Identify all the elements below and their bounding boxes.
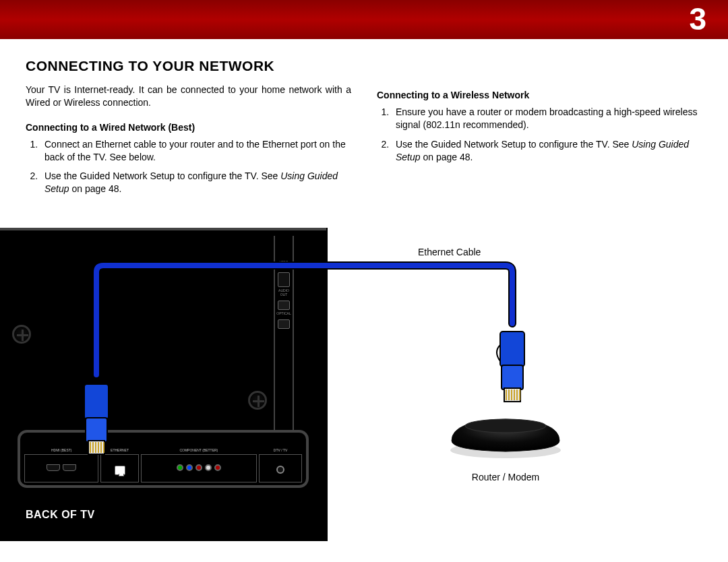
screw-icon (248, 391, 267, 410)
list-item: Connect an Ethernet cable to your router… (40, 138, 351, 164)
audio-port-icon (205, 464, 212, 471)
port-strip-inner: HDMI (BEST) ETHERNET COMPONENT (BETTER) (24, 454, 302, 482)
see-prefix: See (261, 170, 280, 181)
wired-subheading: Connecting to a Wired Network (Best) (26, 121, 351, 134)
see-suffix: on page 48. (421, 152, 473, 162)
section-title: CONNECTING TO YOUR NETWORK (26, 58, 702, 74)
port-group-component: COMPONENT (BETTER) (141, 454, 257, 482)
see-suffix: on page 48. (69, 183, 122, 194)
svg-point-1 (465, 419, 546, 433)
list-item: Use the Guided Network Setup to configur… (392, 138, 702, 164)
svg-rect-13 (504, 388, 520, 402)
component-port-icon (195, 464, 202, 471)
wireless-steps-list: Ensure you have a router or modem broadc… (377, 106, 702, 164)
chapter-header-bar: 3 (0, 0, 728, 39)
svg-rect-12 (502, 365, 523, 389)
list-item: Ensure you have a router or modem broadc… (392, 106, 702, 131)
hdmi-port-icon (63, 464, 76, 471)
chapter-number: 3 (689, 0, 706, 39)
port-group-label: COMPONENT (BETTER) (142, 448, 256, 452)
port-group-dtv: DTV / TV (259, 454, 302, 482)
panel-divider (326, 228, 328, 541)
two-column-layout: Your TV is Internet-ready. It can be con… (26, 84, 702, 202)
port-label: AUDIO OUT (275, 288, 293, 296)
wireless-subheading: Connecting to a Wireless Network (377, 89, 702, 102)
component-port-icon (186, 464, 193, 471)
hdmi-port-icon (47, 464, 60, 471)
step-text: Use the Guided Network Setup to configur… (396, 139, 610, 150)
content-area: CONNECTING TO YOUR NETWORK Your TV is In… (26, 58, 702, 202)
connection-diagram: HDMI (BEST) AUDIO OUT OPTICAL HDMI (BEST… (0, 228, 728, 562)
optical-port-icon (278, 319, 290, 329)
back-of-tv-label: BACK OF TV (26, 509, 95, 521)
left-column: Your TV is Internet-ready. It can be con… (26, 84, 351, 202)
port-group-label: ETHERNET (101, 448, 138, 452)
port-group-label: DTV / TV (260, 448, 301, 452)
list-item: Use the Guided Network Setup to configur… (40, 170, 351, 195)
see-prefix: See (612, 139, 632, 150)
port-group-ethernet: ETHERNET (100, 454, 138, 482)
ethernet-cable-label: Ethernet Cable (418, 247, 512, 257)
port-group-label: HDMI (BEST) (25, 448, 98, 452)
audio-out-port-icon (278, 301, 290, 310)
router-illustration (445, 411, 566, 460)
wired-steps-list: Connect an Ethernet cable to your router… (26, 138, 351, 196)
screw-icon (12, 325, 31, 344)
right-column: Connecting to a Wireless Network Ensure … (377, 84, 702, 202)
step-text: Ensure you have a router or modem broadc… (396, 106, 697, 130)
port-label: OPTICAL (275, 311, 293, 315)
port-group-hdmi: HDMI (BEST) (24, 454, 98, 482)
step-text: Connect an Ethernet cable to your router… (44, 139, 346, 162)
step-text: Use the Guided Network Setup to configur… (44, 170, 259, 181)
hdmi-port-icon (278, 272, 290, 287)
audio-port-icon (214, 464, 221, 471)
vertical-port-column: HDMI (BEST) AUDIO OUT OPTICAL (274, 236, 294, 438)
router-label: Router / Modem (445, 472, 566, 482)
intro-paragraph: Your TV is Internet-ready. It can be con… (26, 84, 351, 109)
tv-back-panel: HDMI (BEST) AUDIO OUT OPTICAL HDMI (BEST… (0, 228, 326, 541)
component-port-icon (177, 464, 183, 471)
svg-rect-11 (500, 332, 524, 367)
ethernet-port-icon (115, 466, 125, 475)
manual-page: 3 CONNECTING TO YOUR NETWORK Your TV is … (0, 0, 728, 562)
port-label: HDMI (BEST) (275, 260, 293, 268)
horizontal-port-strip: HDMI (BEST) ETHERNET COMPONENT (BETTER) (18, 430, 309, 488)
coax-port-icon (276, 466, 284, 474)
